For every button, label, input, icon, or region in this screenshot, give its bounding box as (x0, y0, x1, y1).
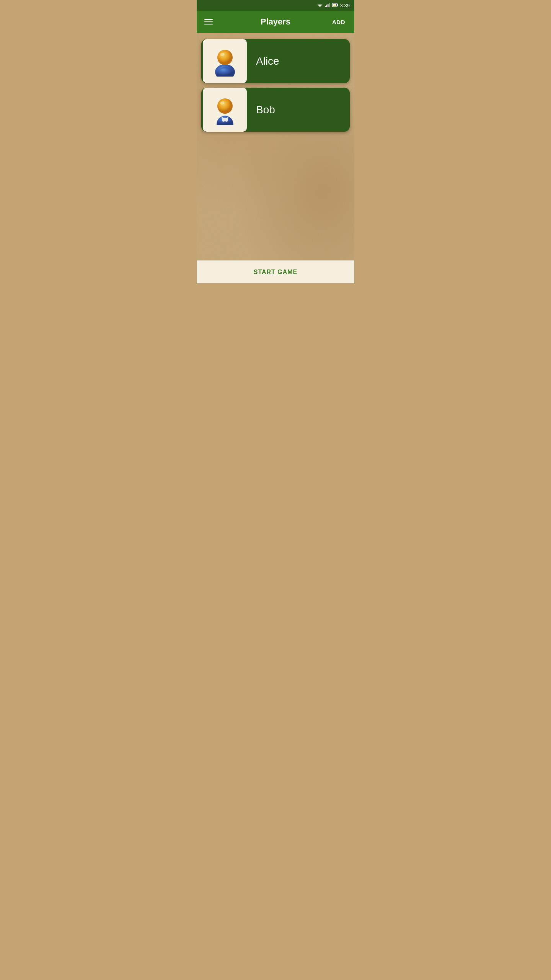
svg-point-9 (217, 50, 233, 65)
svg-text:⚡: ⚡ (333, 4, 336, 7)
player-name-bob: Bob (248, 104, 275, 116)
battery-icon: ⚡ (332, 2, 338, 9)
player-name-alice: Alice (248, 55, 279, 67)
status-time: 3:39 (340, 3, 350, 8)
svg-rect-5 (337, 4, 338, 6)
svg-rect-0 (325, 6, 326, 7)
menu-line-3 (204, 24, 213, 24)
svg-rect-1 (326, 5, 327, 8)
menu-line-2 (204, 21, 213, 22)
add-button[interactable]: ADD (329, 17, 348, 27)
player-card-bob[interactable]: Bob (201, 88, 350, 132)
signal-icon (325, 2, 330, 9)
menu-line-1 (204, 19, 213, 20)
app-title: Players (261, 17, 290, 27)
wifi-icon (317, 2, 323, 9)
avatar-bob (203, 88, 247, 132)
start-game-button[interactable]: START GAME (197, 260, 354, 283)
app-bar: Players ADD (197, 11, 354, 33)
start-game-label: START GAME (254, 269, 298, 276)
status-icons: ⚡ 3:39 (317, 2, 350, 9)
svg-rect-3 (329, 3, 330, 7)
menu-button[interactable] (203, 18, 214, 26)
avatar-alice (203, 39, 247, 83)
status-bar: ⚡ 3:39 (197, 0, 354, 11)
svg-point-11 (217, 98, 233, 114)
players-list: Alice (197, 33, 354, 260)
player-card-alice[interactable]: Alice (201, 39, 350, 83)
svg-rect-2 (328, 4, 329, 7)
